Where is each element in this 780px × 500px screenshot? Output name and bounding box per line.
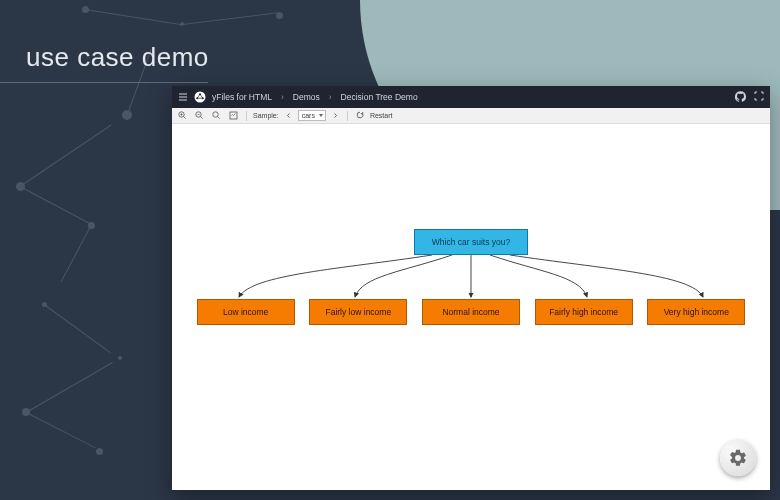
breadcrumb-demos[interactable]: Demos xyxy=(293,92,320,102)
gear-icon xyxy=(728,448,748,468)
child-node-label: Fairly high income xyxy=(549,307,618,317)
demo-app-window: yFiles for HTML › Demos › Decision Tree … xyxy=(172,86,770,490)
zoom-in-icon[interactable] xyxy=(176,111,189,121)
github-icon[interactable] xyxy=(735,91,746,104)
child-node-very-high-income[interactable]: Very high income xyxy=(647,299,745,325)
child-node-row: Low income Fairly low income Normal inco… xyxy=(172,299,770,325)
child-node-label: Very high income xyxy=(664,307,729,317)
zoom-out-icon[interactable] xyxy=(210,111,223,121)
zoom-reset-icon[interactable] xyxy=(193,111,206,121)
graph-canvas[interactable]: Which car suits you? Low income Fairly l… xyxy=(172,124,770,490)
headline-underline xyxy=(0,82,208,83)
menu-icon[interactable] xyxy=(178,92,188,102)
child-node-fairly-low-income[interactable]: Fairly low income xyxy=(309,299,407,325)
chevron-right-icon: › xyxy=(281,92,284,102)
chevron-right-icon: › xyxy=(329,92,332,102)
child-node-label: Normal income xyxy=(442,307,499,317)
child-node-label: Fairly low income xyxy=(325,307,391,317)
page-headline: use case demo xyxy=(26,42,209,73)
root-node-label: Which car suits you? xyxy=(432,237,510,247)
sample-dropdown-value: cars xyxy=(302,112,315,119)
fit-content-icon[interactable] xyxy=(227,111,240,121)
child-node-normal-income[interactable]: Normal income xyxy=(422,299,520,325)
restart-button[interactable]: Restart xyxy=(370,112,393,119)
root-node[interactable]: Which car suits you? xyxy=(414,229,528,255)
breadcrumb-current: Decision Tree Demo xyxy=(341,92,418,102)
settings-button[interactable] xyxy=(720,440,756,476)
child-node-fairly-high-income[interactable]: Fairly high income xyxy=(535,299,633,325)
next-sample-icon[interactable] xyxy=(330,112,341,120)
product-name: yFiles for HTML xyxy=(212,92,272,102)
child-node-low-income[interactable]: Low income xyxy=(197,299,295,325)
titlebar: yFiles for HTML › Demos › Decision Tree … xyxy=(172,86,770,108)
restart-icon[interactable] xyxy=(354,111,366,120)
sample-label: Sample: xyxy=(253,112,279,119)
svg-point-0 xyxy=(195,92,206,103)
svg-point-6 xyxy=(213,111,218,116)
sample-dropdown[interactable]: cars xyxy=(298,110,326,121)
prev-sample-icon[interactable] xyxy=(283,112,294,120)
fullscreen-icon[interactable] xyxy=(754,91,764,103)
child-node-label: Low income xyxy=(223,307,268,317)
yfiles-logo-icon xyxy=(194,91,206,103)
toolbar: Sample: cars Restart xyxy=(172,108,770,124)
